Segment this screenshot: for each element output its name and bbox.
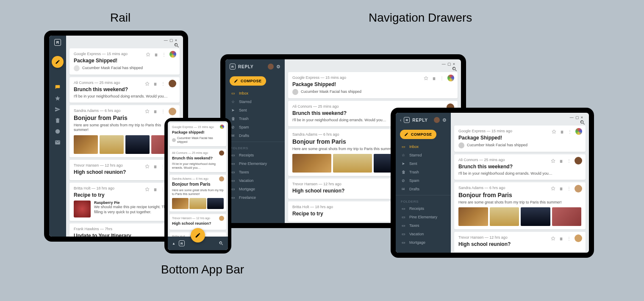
delete-icon[interactable] (153, 81, 158, 86)
compose-button[interactable]: COMPOSE (230, 76, 266, 86)
email-card[interactable]: Google Express — 15 mins ago Package Shi… (69, 48, 180, 75)
nav-folder-item[interactable]: ▭Mortgage (396, 238, 451, 247)
star-outline-icon[interactable] (145, 164, 150, 169)
image-thumb[interactable] (552, 207, 582, 226)
user-avatar[interactable] (268, 64, 274, 70)
rail-item-trash[interactable] (54, 117, 61, 124)
rail-item-drafts[interactable] (54, 139, 61, 146)
nav-folder-item[interactable]: ▭Taxes (225, 168, 285, 176)
minimize-icon[interactable]: — (442, 62, 446, 66)
email-card[interactable]: Trevor Hansen — 12 hrs ago High school r… (454, 232, 586, 252)
star-outline-icon[interactable] (552, 129, 556, 134)
nav-item-sent[interactable]: ➤Sent (396, 159, 451, 168)
image-thumb[interactable] (74, 135, 98, 154)
compose-fab[interactable] (52, 56, 64, 68)
delete-icon[interactable] (153, 164, 158, 169)
image-thumb[interactable] (333, 154, 372, 173)
settings-icon[interactable]: ⚙ (276, 64, 280, 70)
more-icon[interactable]: ⋮ (567, 236, 571, 241)
user-avatar[interactable] (434, 117, 440, 123)
rail-item-inbox[interactable] (54, 84, 61, 91)
delete-icon[interactable] (560, 129, 564, 134)
nav-item-starred[interactable]: ☆Starred (225, 98, 285, 106)
image-thumb[interactable] (458, 207, 488, 226)
star-outline-icon[interactable] (424, 76, 428, 81)
more-icon[interactable]: ⋮ (567, 186, 571, 191)
email-card[interactable]: Google Express — 15 mins ago Package Shi… (288, 72, 458, 98)
nav-item-trash[interactable]: 🗑Trash (225, 114, 285, 123)
image-thumb[interactable] (490, 207, 519, 226)
nav-folder-item[interactable]: ▭Pine Elementary (225, 159, 285, 168)
image-thumb[interactable] (172, 198, 189, 209)
app-logo[interactable]: R (179, 240, 185, 246)
image-thumb[interactable] (207, 198, 224, 209)
star-outline-icon[interactable] (146, 52, 150, 57)
email-card[interactable]: Trevor Hansen — 12 hrs ago High school r… (169, 214, 226, 230)
nav-item-starred[interactable]: ☆Starred (396, 151, 451, 159)
email-card[interactable]: Sandra Adams — 6 hrs ago Bonjour from Pa… (169, 175, 226, 211)
star-outline-icon[interactable] (551, 159, 555, 163)
compose-button[interactable]: COMPOSE (400, 130, 436, 139)
app-logo[interactable]: R (404, 117, 410, 123)
chevron-left-icon[interactable]: ‹ (400, 118, 401, 123)
nav-folder-item[interactable]: ▭Receipts (396, 204, 451, 213)
delete-icon[interactable] (559, 186, 564, 191)
star-outline-icon[interactable] (551, 186, 555, 191)
delete-icon[interactable] (153, 109, 158, 114)
email-card[interactable]: Google Express — 15 mins ago Package shi… (169, 123, 226, 146)
more-icon[interactable]: ⋮ (161, 81, 165, 86)
search-icon[interactable] (174, 42, 180, 48)
email-card[interactable]: Britta Holt — 18 hrs ago Recipe to try R… (69, 183, 180, 221)
nav-folder-item[interactable]: ▭Vacation (225, 176, 285, 185)
app-logo[interactable]: R (54, 39, 61, 46)
email-card[interactable]: Ali Connors — 25 mins ago Brunch this we… (69, 77, 180, 103)
nav-folder-item[interactable]: ▭Receipts (225, 151, 285, 159)
minimize-icon[interactable]: — (570, 115, 574, 120)
search-icon[interactable] (580, 120, 586, 125)
maximize-icon[interactable]: ▢ (169, 38, 173, 42)
rail-item-starred[interactable] (54, 95, 61, 102)
rail-item-spam[interactable] (54, 128, 61, 135)
nav-folder-item[interactable]: ▭Mortgage (225, 185, 285, 193)
email-card[interactable]: Frank Hawkins — 7hrs Update to Your Itin… (69, 223, 180, 237)
email-card[interactable]: Ali Connors — 25 mins ago Brunch this we… (454, 154, 586, 180)
email-card[interactable]: Ali Connors — 25 mins ago Brunch this we… (169, 149, 226, 172)
star-outline-icon[interactable] (145, 81, 150, 86)
image-thumb[interactable] (521, 207, 550, 226)
delete-icon[interactable] (559, 236, 564, 241)
compose-fab[interactable] (191, 228, 205, 242)
settings-icon[interactable]: ⚙ (442, 117, 447, 123)
star-outline-icon[interactable] (145, 109, 150, 114)
image-thumb[interactable] (125, 135, 150, 154)
image-thumb[interactable] (100, 135, 124, 154)
delete-icon[interactable] (154, 52, 158, 57)
nav-item-inbox[interactable]: ▭Inbox (396, 142, 451, 151)
maximize-icon[interactable]: ▢ (447, 62, 451, 66)
more-icon[interactable]: ⋮ (161, 109, 165, 114)
minimize-icon[interactable]: — (164, 38, 168, 42)
close-icon[interactable]: × (581, 115, 583, 120)
nav-item-trash[interactable]: 🗑Trash (396, 168, 451, 176)
delete-icon[interactable] (153, 187, 158, 192)
nav-item-sent[interactable]: ➤Sent (225, 106, 285, 114)
close-icon[interactable]: × (175, 38, 177, 42)
image-thumb[interactable] (189, 198, 206, 209)
nav-item-drafts[interactable]: ✉Drafts (396, 185, 451, 193)
nav-folder-item[interactable]: ▭Pine Elementary (396, 213, 451, 221)
email-card[interactable]: Google Express — 15 mins ago Package Shi… (454, 125, 586, 152)
star-outline-icon[interactable] (145, 187, 150, 192)
delete-icon[interactable] (559, 159, 564, 163)
email-card[interactable]: Trevor Hansen — 12 hrs ago High school r… (69, 160, 180, 180)
more-icon[interactable]: ⋮ (568, 129, 572, 134)
search-button[interactable] (219, 241, 224, 246)
maximize-icon[interactable]: ▢ (575, 115, 579, 120)
nav-folder-item[interactable]: ▭Freelance (225, 193, 285, 202)
nav-item-spam[interactable]: ⊘Spam (396, 176, 451, 185)
image-thumb[interactable] (292, 154, 331, 173)
search-icon[interactable] (452, 66, 458, 72)
more-icon[interactable]: ⋮ (567, 159, 571, 163)
nav-item-spam[interactable]: ⊘Spam (225, 123, 285, 131)
nav-item-inbox[interactable]: ▭Inbox (225, 89, 285, 98)
rail-item-sent[interactable] (54, 106, 61, 113)
email-card[interactable]: Sandra Adams — 6 hrs ago Bonjour from Pa… (454, 182, 586, 230)
